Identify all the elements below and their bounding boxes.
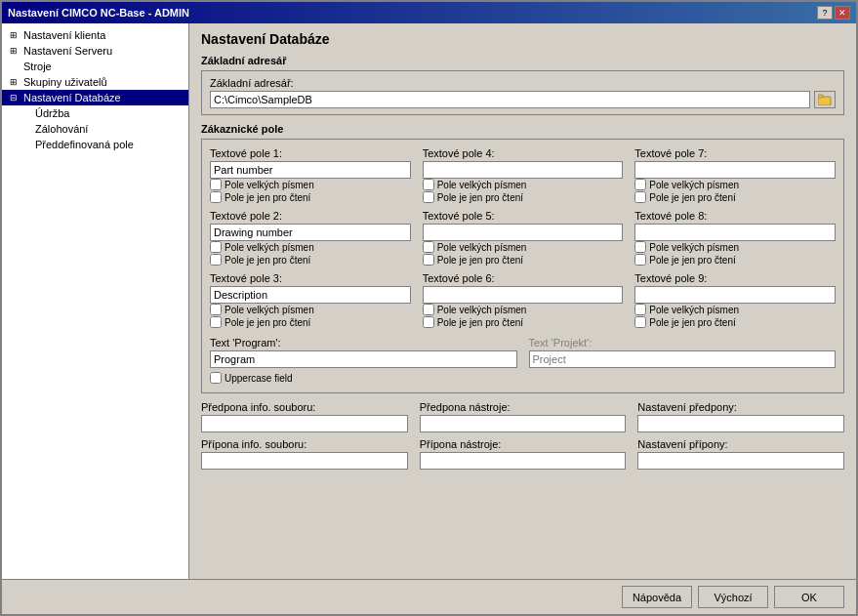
textfield-9: Textové pole 9: Pole velkých písmen Pole… [634, 272, 836, 329]
tf5-input[interactable] [423, 224, 624, 241]
titlebar-buttons: ? ✕ [817, 6, 850, 20]
uppercase-row: Uppercase field [210, 372, 836, 384]
basic-address-section-title: Základní adresář [201, 55, 844, 66]
suffix-info-field: Přípona info. souboru: [201, 438, 408, 470]
prefix-tool-field: Předpona nástroje: [420, 401, 627, 432]
sidebar-label: Zálohování [35, 123, 88, 135]
program-label: Text 'Program': [210, 337, 517, 349]
tf7-input[interactable] [634, 161, 836, 179]
tf3-readonly-check[interactable]: Pole je jen pro čtení [210, 316, 411, 328]
sidebar-label: Nastavení Databáze [23, 92, 121, 103]
main-panel: Nastavení Databáze Základní adresář Zákl… [189, 23, 856, 579]
project-input[interactable] [529, 350, 837, 368]
sidebar-label: Skupiny uživatelů [23, 76, 107, 88]
tf8-readonly-check[interactable]: Pole je jen pro čtení [634, 254, 836, 266]
tf4-uppercase-check[interactable]: Pole velkých písmen [423, 179, 624, 190]
tf3-input[interactable] [210, 286, 411, 304]
program-field: Text 'Program': [210, 337, 517, 368]
prefix-suffix-section: Předpona info. souboru: Předpona nástroj… [201, 401, 844, 470]
tf1-uppercase-check[interactable]: Pole velkých písmen [210, 179, 411, 190]
tf3-label: Textové pole 3: [210, 272, 411, 284]
sidebar-label: Stroje [23, 61, 52, 72]
textfield-5: Textové pole 5: Pole velkých písmen Pole… [423, 210, 624, 267]
textfield-8: Textové pole 8: Pole velkých písmen Pole… [634, 210, 836, 267]
ok-button[interactable]: OK [774, 586, 844, 608]
basic-address-group: Základní adresář: [201, 70, 844, 115]
tf8-uppercase-check[interactable]: Pole velkých písmen [634, 241, 836, 253]
tf6-readonly-check[interactable]: Pole je jen pro čtení [423, 316, 624, 328]
tf3-uppercase-check[interactable]: Pole velkých písmen [210, 304, 411, 315]
customer-fields-section: Zákaznické pole Textové pole 1: Pole vel… [201, 123, 844, 393]
project-field: Text 'Projekt': [529, 337, 837, 368]
tf9-label: Textové pole 9: [634, 272, 836, 284]
tf6-label: Textové pole 6: [423, 272, 624, 284]
tf4-input[interactable] [423, 161, 624, 179]
textfield-6: Textové pole 6: Pole velkých písmen Pole… [423, 272, 624, 329]
sidebar-label: Nastavení klienta [23, 29, 105, 41]
help-button[interactable]: Nápověda [622, 586, 692, 608]
tf9-input[interactable] [634, 286, 836, 304]
page-title: Nastavení Databáze [201, 31, 844, 47]
prefix-info-label: Předpona info. souboru: [201, 401, 408, 413]
folder-icon [818, 94, 832, 105]
prefix-tool-label: Předpona nástroje: [420, 401, 627, 413]
content-area: ⊞ Nastavení klienta ⊞ Nastavení Serveru … [2, 23, 856, 579]
path-row [210, 91, 836, 108]
tf5-uppercase-check[interactable]: Pole velkých písmen [423, 241, 624, 253]
suffix-setting-input[interactable] [637, 452, 844, 470]
tf2-uppercase-check[interactable]: Pole velkých písmen [210, 241, 411, 253]
prefix-setting-label: Nastavení předpony: [637, 401, 844, 413]
tf6-uppercase-check[interactable]: Pole velkých písmen [423, 304, 624, 315]
tf2-input[interactable] [210, 224, 411, 241]
tf5-readonly-check[interactable]: Pole je jen pro čtení [423, 254, 624, 266]
sidebar-item-udrzba[interactable]: ⊞ Údržba [2, 105, 188, 121]
tf1-readonly-check[interactable]: Pole je jen pro čtení [210, 191, 411, 203]
tf7-label: Textové pole 7: [634, 147, 836, 159]
tf8-input[interactable] [634, 224, 836, 241]
sidebar-label: Nastavení Serveru [23, 45, 112, 57]
tf4-readonly-check[interactable]: Pole je jen pro čtení [423, 191, 624, 203]
sidebar-item-skupiny-uzivatelu[interactable]: ⊞ Skupiny uživatelů [2, 74, 188, 90]
sidebar-label: Předdefinovaná pole [35, 139, 134, 150]
prefix-info-field: Předpona info. souboru: [201, 401, 408, 432]
textfield-7: Textové pole 7: Pole velkých písmen Pole… [634, 147, 836, 204]
sidebar-item-nastaveni-klienta[interactable]: ⊞ Nastavení klienta [2, 27, 188, 43]
tf2-label: Textové pole 2: [210, 210, 411, 222]
suffix-info-input[interactable] [201, 452, 408, 470]
sidebar-item-preddefinovana-pole[interactable]: ⊞ Předdefinovaná pole [2, 137, 188, 152]
tf7-readonly-check[interactable]: Pole je jen pro čtení [634, 191, 836, 203]
default-button[interactable]: Výchozí [698, 586, 768, 608]
suffix-info-label: Přípona info. souboru: [201, 438, 408, 450]
main-window: Nastavení CIMCO NC-Base - ADMIN ? ✕ ⊞ Na… [0, 0, 858, 616]
sidebar-item-nastaveni-databaze[interactable]: ⊟ Nastavení Databáze [2, 90, 188, 105]
sidebar-label: Údržba [35, 107, 69, 119]
tf1-input[interactable] [210, 161, 411, 179]
suffix-tool-input[interactable] [420, 452, 627, 470]
help-titlebar-button[interactable]: ? [817, 6, 833, 20]
tf7-uppercase-check[interactable]: Pole velkých písmen [634, 179, 836, 190]
prefix-info-input[interactable] [201, 415, 408, 432]
browse-button[interactable] [814, 91, 836, 108]
suffix-tool-label: Přípona nástroje: [420, 438, 627, 450]
sidebar-item-zalohovani[interactable]: ⊞ Zálohování [2, 121, 188, 137]
tf9-uppercase-check[interactable]: Pole velkých písmen [634, 304, 836, 315]
sidebar-item-stroje[interactable]: ⊞ Stroje [2, 59, 188, 74]
tf6-input[interactable] [423, 286, 624, 304]
textfield-4: Textové pole 4: Pole velkých písmen Pole… [423, 147, 624, 204]
basic-address-label: Základní adresář: [210, 77, 836, 89]
tf9-readonly-check[interactable]: Pole je jen pro čtení [634, 316, 836, 328]
text-fields-grid: Textové pole 1: Pole velkých písmen Pole… [210, 147, 836, 329]
tf8-label: Textové pole 8: [634, 210, 836, 222]
project-label: Text 'Projekt': [529, 337, 837, 349]
close-titlebar-button[interactable]: ✕ [835, 6, 850, 20]
uppercase-field-check[interactable]: Uppercase field [210, 372, 836, 384]
program-project-row: Text 'Program': Text 'Projekt': [210, 337, 836, 368]
basic-address-input[interactable] [210, 91, 810, 108]
prefix-setting-input[interactable] [637, 415, 844, 432]
sidebar-item-nastaveni-serveru[interactable]: ⊞ Nastavení Serveru [2, 43, 188, 59]
bottom-bar: Nápověda Výchozí OK [2, 579, 856, 614]
prefix-tool-input[interactable] [420, 415, 627, 432]
tf2-readonly-check[interactable]: Pole je jen pro čtení [210, 254, 411, 266]
program-input[interactable] [210, 350, 517, 368]
svg-rect-1 [818, 95, 823, 98]
